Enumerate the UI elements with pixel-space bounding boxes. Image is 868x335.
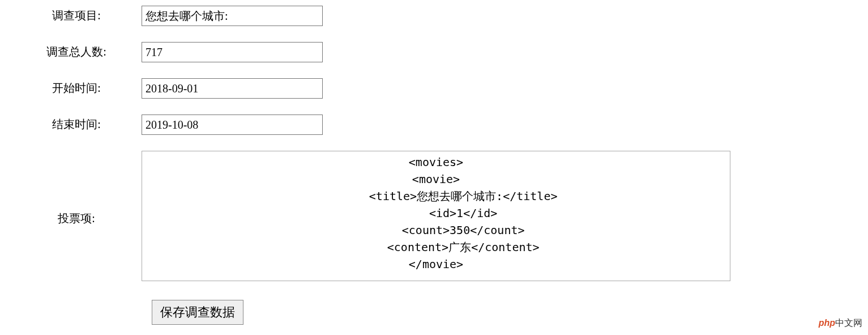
end-time-label: 结束时间: <box>11 115 142 132</box>
vote-items-label: 投票项: <box>11 209 142 226</box>
total-people-label: 调查总人数: <box>11 42 142 60</box>
survey-item-label: 调查项目: <box>11 6 142 23</box>
survey-item-input[interactable] <box>142 6 323 26</box>
watermark-text: 中文网 <box>835 318 862 328</box>
watermark: php中文网 <box>819 317 862 329</box>
vote-items-textarea[interactable] <box>142 151 730 281</box>
total-people-input[interactable] <box>142 42 323 62</box>
save-button[interactable]: 保存调查数据 <box>152 300 243 325</box>
watermark-brand: php <box>819 318 835 328</box>
start-time-input[interactable] <box>142 78 323 99</box>
start-time-label: 开始时间: <box>11 78 142 96</box>
end-time-input[interactable] <box>142 115 323 135</box>
